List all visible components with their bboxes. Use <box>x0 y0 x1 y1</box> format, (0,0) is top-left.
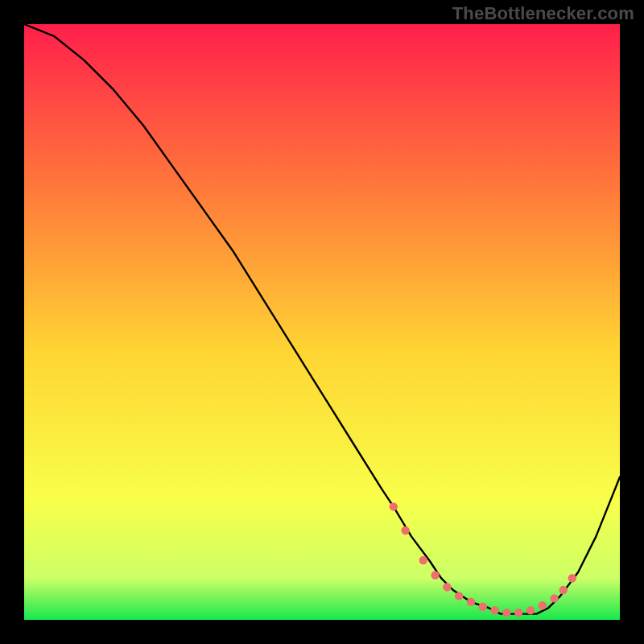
curve-dot <box>514 609 522 617</box>
curve-dot <box>550 594 558 602</box>
curve-dot <box>479 603 487 611</box>
curve-dot <box>526 606 535 614</box>
watermark-text: TheBottlenecker.com <box>452 3 634 24</box>
curve-dot <box>467 598 475 606</box>
curve-dot <box>443 583 451 591</box>
curve-dot <box>431 571 439 579</box>
plot-area <box>24 24 620 620</box>
curve-dot <box>539 601 547 609</box>
curve-dot <box>419 556 427 564</box>
curve-dot <box>490 606 498 614</box>
curve-dot <box>455 592 463 600</box>
curve-dot <box>401 526 409 535</box>
curve-dot <box>502 609 510 617</box>
curve-dot <box>559 586 568 594</box>
chart-frame: TheBottlenecker.com <box>0 0 644 644</box>
chart-svg <box>24 24 620 620</box>
curve-dot <box>390 502 398 510</box>
gradient-background <box>24 24 620 620</box>
curve-dot <box>568 574 576 582</box>
